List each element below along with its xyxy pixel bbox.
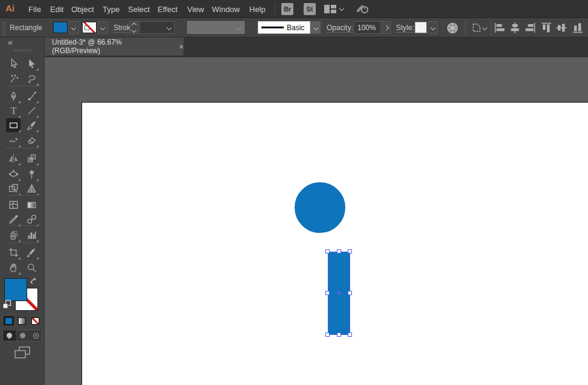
align-right-icon[interactable]	[524, 22, 536, 34]
puppet-warp-tool[interactable]	[24, 167, 39, 181]
menu-object[interactable]: Object	[71, 5, 94, 14]
document-tab-bar: Untitled-3* @ 66.67% (RGB/Preview) ×	[45, 37, 588, 57]
align-vertical-center-icon[interactable]	[555, 22, 567, 34]
symbol-sprayer-tool[interactable]	[6, 228, 21, 242]
menu-edit[interactable]: Edit	[50, 5, 63, 14]
magic-wand-tool[interactable]	[6, 72, 21, 86]
mesh-tool[interactable]	[6, 198, 21, 212]
color-mode-button[interactable]	[2, 315, 15, 326]
default-fill-stroke-icon[interactable]	[2, 300, 11, 311]
stroke-color-dropdown[interactable]	[97, 21, 108, 34]
selection-handle-bottom-right[interactable]	[348, 332, 352, 337]
selection-handle-bottom-left[interactable]	[325, 332, 330, 337]
close-tab-icon[interactable]: ×	[179, 43, 184, 51]
selection-type-label: Rectangle	[10, 24, 42, 32]
menu-bar: Ai File Edit Object Type Select Effect V…	[0, 0, 588, 18]
align-left-icon[interactable]	[494, 22, 506, 34]
selection-handle-middle-right[interactable]	[348, 291, 352, 295]
column-graph-tool[interactable]	[24, 228, 39, 242]
opacity-field[interactable]: 100%	[354, 21, 381, 34]
draw-inside-button[interactable]	[30, 330, 42, 341]
selection-handle-middle-left[interactable]	[325, 291, 330, 295]
control-bar: Rectangle Stroke: Basic Opacity: 100% St	[0, 18, 588, 37]
paintbrush-tool[interactable]	[24, 118, 39, 132]
opacity-label[interactable]: Opacity:	[327, 24, 353, 33]
menu-view[interactable]: View	[187, 5, 204, 14]
align-horizontal-center-icon[interactable]	[509, 22, 521, 34]
scale-tool[interactable]	[24, 151, 39, 165]
draw-normal-button[interactable]	[3, 330, 16, 341]
document-tab[interactable]: Untitled-3* @ 66.67% (RGB/Preview) ×	[45, 37, 184, 56]
donut-circle-shape[interactable]	[295, 182, 345, 233]
curvature-tool[interactable]	[24, 89, 39, 103]
gpu-performance-icon[interactable]	[355, 3, 369, 18]
canvas-area[interactable]	[45, 57, 588, 385]
gradient-mode-button[interactable]	[16, 315, 28, 326]
hand-tool[interactable]	[6, 261, 21, 275]
stroke-style-preview-line	[261, 27, 284, 28]
bridge-button[interactable]: Br	[281, 3, 293, 15]
selection-handle-bottom-center[interactable]	[337, 332, 341, 337]
draw-behind-button[interactable]	[16, 330, 29, 341]
menu-file[interactable]: File	[28, 5, 41, 14]
eraser-tool[interactable]	[24, 133, 39, 147]
screen-mode-icon[interactable]	[14, 346, 31, 361]
stroke-weight-field[interactable]	[139, 21, 174, 34]
fill-proxy-swatch[interactable]	[4, 278, 27, 301]
shape-options-icon[interactable]	[471, 22, 482, 36]
style-label[interactable]: Style:	[396, 24, 414, 33]
style-swatch[interactable]	[415, 22, 427, 33]
stock-button[interactable]: St	[304, 3, 316, 15]
brush-definition-dropdown	[187, 21, 244, 34]
swap-fill-stroke-icon[interactable]	[30, 277, 39, 288]
artboard-tool[interactable]	[6, 246, 21, 259]
menu-type[interactable]: Type	[103, 5, 120, 14]
menu-help[interactable]: Help	[249, 5, 266, 14]
gradient-tool[interactable]	[24, 198, 39, 212]
stroke-style-dropdown[interactable]: Basic	[258, 21, 310, 34]
pen-tool[interactable]	[6, 89, 21, 103]
fill-color-dropdown[interactable]	[68, 21, 79, 34]
collapse-panel-icon[interactable]: «	[8, 37, 13, 47]
selection-handle-top-left[interactable]	[325, 249, 330, 253]
reflect-tool[interactable]	[6, 151, 21, 165]
control-bar-grip[interactable]	[2, 21, 6, 35]
width-tool[interactable]	[6, 167, 21, 181]
eyedropper-tool[interactable]	[6, 212, 21, 226]
line-segment-tool[interactable]	[24, 104, 39, 118]
blend-tool[interactable]	[24, 212, 39, 226]
workspace-chevron-icon[interactable]	[339, 6, 344, 11]
slice-tool[interactable]	[24, 246, 39, 259]
stroke-weight-stepper[interactable]	[130, 21, 138, 34]
stroke-style-chevron[interactable]	[310, 21, 321, 34]
shaper-tool[interactable]	[6, 133, 21, 147]
type-tool[interactable]: T	[6, 104, 21, 118]
svg-text:T: T	[10, 106, 16, 116]
selection-handle-top-center[interactable]	[337, 249, 341, 253]
document-tab-title: Untitled-3* @ 66.67% (RGB/Preview)	[52, 38, 171, 55]
selection-handle-top-right[interactable]	[348, 249, 352, 253]
zoom-tool[interactable]	[24, 261, 39, 275]
align-bottom-icon[interactable]	[572, 22, 584, 34]
stroke-color-swatch[interactable]	[82, 22, 97, 33]
style-dropdown[interactable]	[428, 21, 438, 34]
menu-effect[interactable]: Effect	[158, 5, 177, 14]
selection-tool[interactable]	[6, 57, 21, 71]
shape-options-chevron[interactable]	[482, 25, 487, 30]
opacity-expand-button[interactable]	[382, 21, 391, 34]
align-top-icon[interactable]	[540, 22, 552, 34]
none-mode-button[interactable]	[29, 315, 42, 326]
menu-select[interactable]: Select	[128, 5, 150, 14]
selection-center-point[interactable]	[337, 291, 341, 295]
menu-window[interactable]: Window	[212, 5, 240, 14]
fill-color-swatch[interactable]	[53, 22, 68, 33]
shape-builder-tool[interactable]	[6, 182, 21, 196]
direct-selection-tool[interactable]	[24, 57, 39, 71]
perspective-grid-tool[interactable]	[24, 182, 39, 196]
workspace-switcher-icon[interactable]	[324, 4, 336, 16]
lasso-tool[interactable]	[24, 72, 39, 86]
tools-panel-grip[interactable]	[14, 49, 31, 52]
recolor-artwork-icon[interactable]	[447, 22, 458, 36]
illustrator-window: Ai File Edit Object Type Select Effect V…	[0, 0, 588, 385]
rectangle-tool[interactable]	[6, 118, 21, 132]
